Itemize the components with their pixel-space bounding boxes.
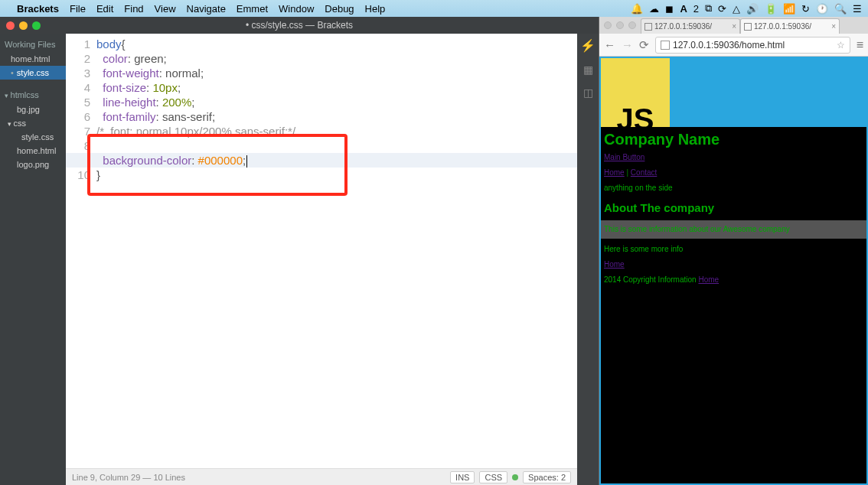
project-root[interactable]: htmlcss xyxy=(0,87,66,103)
battery-icon[interactable]: 🔋 xyxy=(765,3,777,15)
tree-css-folder[interactable]: css xyxy=(0,116,66,130)
tab-close-icon[interactable]: × xyxy=(732,22,736,31)
side-text: anything on the side xyxy=(604,181,863,196)
bookmark-star-icon[interactable]: ☆ xyxy=(837,40,845,50)
menubar-status-icons: 🔔 ☁ ◼ A 2 ⧉ ⟳ △ 🔊 🔋 📶 ↻ 🕐 🔍 ☰ xyxy=(631,2,862,15)
footer: 2014 Copyright Information Home xyxy=(604,272,863,288)
working-file-style[interactable]: style.css xyxy=(0,66,66,80)
favicon-icon xyxy=(744,23,752,31)
brackets-titlebar: • css/style.css — Brackets xyxy=(0,17,599,34)
menubar-app[interactable]: Brackets xyxy=(17,3,59,15)
tree-home[interactable]: home.html xyxy=(0,144,66,158)
split-icon[interactable]: ◫ xyxy=(583,86,593,99)
footer-text: 2014 Copyright Information xyxy=(604,275,698,284)
drive-icon[interactable]: △ xyxy=(733,3,740,15)
menu-file[interactable]: File xyxy=(70,3,86,15)
box-icon[interactable]: ◼ xyxy=(665,3,674,15)
dropbox-icon[interactable]: ⧉ xyxy=(705,2,712,15)
menu-edit[interactable]: Edit xyxy=(96,3,113,15)
chrome-window: 127.0.0.1:59036/ × 127.0.0.1:59036/ × ← … xyxy=(599,17,868,485)
tab-label: 127.0.0.1:59036/ xyxy=(754,22,811,31)
chrome-menu-icon[interactable]: ≡ xyxy=(857,38,863,52)
nav-separator: | xyxy=(625,168,631,177)
page-logo: JS xyxy=(601,58,670,127)
menu-emmet[interactable]: Emmet xyxy=(237,3,268,15)
menu-find[interactable]: Find xyxy=(124,3,143,15)
status-spaces[interactable]: Spaces: 2 xyxy=(523,471,571,483)
menu-navigate[interactable]: Navigate xyxy=(187,3,226,15)
brackets-right-rail: ⚡ ▦ ◫ xyxy=(577,34,599,485)
more-info-text: Here is some more info xyxy=(604,242,863,257)
chrome-maximize-button[interactable] xyxy=(628,21,636,29)
adobe-icon[interactable]: A xyxy=(680,3,687,15)
url-text: 127.0.0.1:59036/home.html xyxy=(673,40,785,50)
status-ok-icon xyxy=(512,474,518,480)
live-preview-icon[interactable]: ⚡ xyxy=(580,38,596,53)
clock-icon[interactable]: 🕐 xyxy=(816,3,828,15)
spotlight-icon[interactable]: 🔍 xyxy=(834,3,847,15)
menu-help[interactable]: Help xyxy=(365,3,386,15)
tab-close-icon[interactable]: × xyxy=(831,22,836,31)
chrome-tab-1[interactable]: 127.0.0.1:59036/ × xyxy=(641,18,740,34)
favicon-icon xyxy=(644,23,652,31)
tab-label: 127.0.0.1:59036/ xyxy=(654,22,712,31)
footer-home-link[interactable]: Home xyxy=(698,275,719,284)
updates-icon[interactable]: ⟳ xyxy=(718,3,726,15)
code-lines[interactable]: body{ color: green; font-weight: normal;… xyxy=(96,37,577,468)
page-icon xyxy=(661,41,670,50)
wifi-icon[interactable]: 📶 xyxy=(783,3,795,15)
chrome-toolbar: ← → ⟳ 127.0.0.1:59036/home.html ☆ ≡ xyxy=(599,34,868,57)
code-editor[interactable]: 12345678910 body{ color: green; font-wei… xyxy=(66,34,577,485)
address-bar[interactable]: 127.0.0.1:59036/home.html ☆ xyxy=(655,37,850,54)
chrome-tabstrip: 127.0.0.1:59036/ × 127.0.0.1:59036/ × xyxy=(641,17,868,34)
line-gutter: 12345678910 xyxy=(66,37,96,468)
status-cursor: Line 9, Column 29 — 10 Lines xyxy=(72,473,185,482)
status-ins[interactable]: INS xyxy=(450,471,475,483)
cloud-icon[interactable]: ☁ xyxy=(649,3,659,15)
nav-home-link[interactable]: Home xyxy=(604,168,625,177)
tree-bg[interactable]: bg.jpg xyxy=(0,103,66,116)
forward-button[interactable]: → xyxy=(622,38,633,51)
tree-style[interactable]: style.css xyxy=(0,130,66,144)
nav-contact-link[interactable]: Contact xyxy=(631,168,657,177)
menu-window[interactable]: Window xyxy=(279,3,314,15)
tree-logo[interactable]: logo.png xyxy=(0,158,66,171)
menu-debug[interactable]: Debug xyxy=(325,3,354,15)
menu-view[interactable]: View xyxy=(155,3,176,15)
bell-icon[interactable]: 🔔 xyxy=(631,3,643,15)
chrome-titlebar: 127.0.0.1:59036/ × 127.0.0.1:59036/ × xyxy=(599,17,868,34)
notifications-icon[interactable]: ☰ xyxy=(853,3,862,15)
working-file-home[interactable]: home.html xyxy=(0,52,66,66)
sync-icon[interactable]: ↻ xyxy=(801,3,810,15)
num-icon: 2 xyxy=(693,3,699,15)
chrome-close-button[interactable] xyxy=(604,21,612,29)
reload-button[interactable]: ⟳ xyxy=(639,38,649,52)
page-h1: Company Name xyxy=(604,132,863,147)
chrome-minimize-button[interactable] xyxy=(616,21,624,29)
status-bar: Line 9, Column 29 — 10 Lines INS CSS Spa… xyxy=(66,468,577,485)
gray-band-text: This is some information about our Aweso… xyxy=(601,220,866,239)
volume-icon[interactable]: 🔊 xyxy=(746,3,759,15)
main-button-link[interactable]: Main Button xyxy=(604,153,644,161)
chrome-tab-2[interactable]: 127.0.0.1:59036/ × xyxy=(740,18,840,34)
page-h2: About The company xyxy=(604,200,863,216)
brackets-window: • css/style.css — Brackets Working Files… xyxy=(0,17,599,485)
mac-menubar: Brackets File Edit Find View Navigate Em… xyxy=(0,0,868,17)
window-title: • css/style.css — Brackets xyxy=(0,20,599,31)
home-link[interactable]: Home xyxy=(604,260,625,269)
extension-icon[interactable]: ▦ xyxy=(583,63,593,76)
status-lang[interactable]: CSS xyxy=(479,471,507,483)
back-button[interactable]: ← xyxy=(604,38,615,51)
working-files-label: Working Files xyxy=(0,37,66,52)
rendered-page: JS Company Name Main Button Home | Conta… xyxy=(599,57,868,485)
brackets-sidebar: Working Files home.html style.css htmlcs… xyxy=(0,34,66,485)
